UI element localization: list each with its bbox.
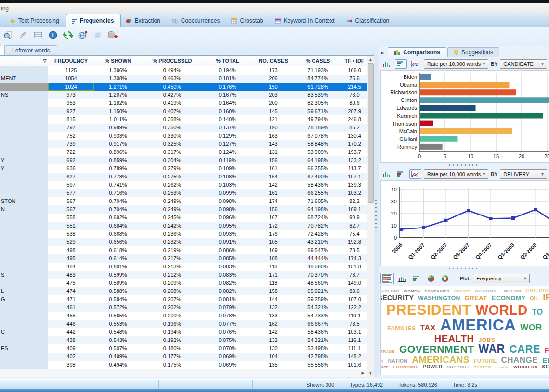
bar[interactable] <box>420 97 549 103</box>
cloud-word[interactable]: POWER <box>423 365 442 369</box>
header-total[interactable]: % TOTAL <box>202 56 253 66</box>
table-row[interactable]: G4710.584%0.207%0.081%14459.259%107.0 <box>0 295 367 303</box>
cloud-word[interactable]: FAMILIES <box>387 326 416 331</box>
sort-indicator-icon[interactable]: ▽ <box>41 56 48 66</box>
cloud-word[interactable]: PAY <box>380 360 384 363</box>
tab-suggestions[interactable]: Suggestions <box>447 47 499 57</box>
vertical-scrollbar[interactable]: ▲ ▼ <box>367 56 374 377</box>
table-row[interactable]: 4550.565%0.200%0.078%13354.733%119.1 <box>0 312 367 320</box>
cloud-word[interactable]: MILLION <box>504 290 521 293</box>
table-row[interactable]: 4980.618%0.219%0.086%16969.547%78.5 <box>0 246 367 254</box>
cloud-word[interactable]: WOMEN <box>404 290 420 293</box>
database-export-icon[interactable] <box>107 30 118 40</box>
cloud-word[interactable]: SENATO <box>542 365 549 369</box>
section-splitter[interactable] <box>379 163 549 167</box>
table-row[interactable]: 4020.499%0.177%0.069%10442.798%148.2 <box>0 353 367 361</box>
horizontal-bar-chart-icon[interactable] <box>395 169 407 179</box>
table-row[interactable]: NS9731.207%0.427%0.167%20383.539%76.0 <box>0 91 367 99</box>
table-row[interactable]: 7390.917%0.325%0.127%14358.848%170.2 <box>0 140 367 148</box>
bar[interactable] <box>420 82 510 88</box>
info-icon[interactable]: i <box>48 30 58 40</box>
header-tf-idf[interactable]: TF • IDF <box>342 56 367 66</box>
scroll-up-icon[interactable]: ▲ <box>367 56 374 63</box>
section-splitter[interactable] <box>379 266 549 271</box>
table-row[interactable]: ES4090.507%0.180%0.070%13053.498%111.1 <box>0 344 367 353</box>
table-row[interactable]: 7220.896%0.317%0.124%13153.909%193.7 <box>0 148 367 156</box>
cloud-word[interactable]: WASHINGTON <box>418 295 460 301</box>
cloud-word[interactable]: ECONOMIC <box>393 365 419 369</box>
table-view-icon[interactable] <box>33 30 43 40</box>
horizontal-bar-chart-icon[interactable] <box>395 59 407 69</box>
cloud-word[interactable]: NUCLEAR <box>380 290 399 293</box>
cloud-word[interactable]: GREAT <box>465 295 487 302</box>
cloud-word[interactable]: WOR <box>520 323 542 332</box>
table-row[interactable]: 4460.553%0.196%0.077%16266.667%78.5 <box>0 320 367 328</box>
line-point[interactable] <box>444 219 448 222</box>
horizontal-bar-chart-icon[interactable] <box>411 274 423 283</box>
table-row[interactable]: Y6920.859%0.304%0.119%15664.198%133.2 <box>0 156 367 164</box>
header-no-cases[interactable]: NO. CASES <box>253 56 294 66</box>
table-row[interactable]: 7970.989%0.350%0.137%19078.189%85.2 <box>0 124 367 132</box>
cloud-word[interactable]: SECURITY <box>380 294 414 302</box>
cloud-word[interactable]: GOVERNMENT <box>399 344 474 354</box>
cloud-word[interactable]: INSURANCE <box>380 366 389 369</box>
cloud-word[interactable]: WORLD <box>476 303 528 317</box>
table-row[interactable]: 6270.778%0.275%0.108%16467.490%107.1 <box>0 173 367 181</box>
subtab-leftover-words[interactable]: Leftover words <box>5 45 57 55</box>
table-row[interactable]: 5770.716%0.253%0.099%16166.255%103.2 <box>0 189 367 197</box>
cloud-word[interactable]: NATIONAL <box>475 289 499 293</box>
cloud-word[interactable]: CHANGE <box>501 356 538 365</box>
table-row[interactable]: S4830.599%0.212%0.083%17170.370%73.7 <box>0 271 367 279</box>
line-point[interactable] <box>422 226 425 229</box>
table-row[interactable]: MENT10541.308%0.463%0.181%20684.774%75.6 <box>0 75 367 83</box>
cloud-word[interactable]: CREATE <box>454 290 471 293</box>
bar-metric-dropdown[interactable]: Rate per 10,000 words▼ <box>424 59 488 69</box>
scroll-right-icon[interactable]: ▶ <box>359 370 366 377</box>
bar[interactable] <box>420 113 543 119</box>
line-point[interactable] <box>489 217 493 220</box>
cloud-word[interactable]: GLOBAL <box>496 366 509 369</box>
cloud-word[interactable]: HEALTH <box>434 334 474 344</box>
line-point[interactable] <box>534 208 537 211</box>
cloud-word[interactable]: AMERICA <box>440 317 516 333</box>
line-point[interactable] <box>511 216 515 220</box>
header-processed[interactable]: % PROCESSED <box>142 56 202 66</box>
tab-text-processing[interactable]: Text Processing <box>5 14 66 27</box>
header-word[interactable] <box>0 56 41 66</box>
table-row[interactable]: 4750.589%0.209%0.082%11848.560%149.0 <box>0 279 367 287</box>
bar[interactable] <box>420 89 516 95</box>
table-row[interactable]: 9531.182%0.419%0.164%20082.305%80.6 <box>0 99 367 107</box>
line-chart-icon[interactable] <box>409 169 421 179</box>
table-row[interactable]: 4840.601%0.213%0.083%11848.560%151.8 <box>0 263 367 271</box>
table-row[interactable]: 5970.741%0.262%0.103%14258.436%139.3 <box>0 181 367 189</box>
cloud-word[interactable]: TAX <box>420 324 436 332</box>
header-pct-cases[interactable]: % CASES <box>294 56 342 66</box>
line-chart-icon[interactable] <box>409 59 421 69</box>
table-row[interactable]: 4950.614%0.217%0.085%10844.444%174.3 <box>0 254 367 263</box>
table-row[interactable]: Y6360.789%0.279%0.109%16166.255%113.7 <box>0 164 367 173</box>
bar-group-dropdown[interactable]: CANDIDATE▼ <box>500 59 547 69</box>
table-row[interactable]: N5670.704%0.249%0.098%15664.198%109.1 <box>0 205 367 214</box>
cloud-word[interactable]: TRADE <box>380 350 395 354</box>
panel-splitter[interactable] <box>374 55 379 377</box>
cloud-word[interactable]: TO <box>532 308 543 316</box>
tab-frequencies[interactable]: Frequencies <box>66 14 121 27</box>
search-report-icon[interactable] <box>3 30 13 40</box>
feather-icon[interactable] <box>18 30 28 40</box>
word-cloud-icon[interactable] <box>380 273 394 284</box>
tab-keyword-in-context[interactable]: Keyword-In-Context <box>270 14 341 27</box>
table-row[interactable]: C4420.548%0.194%0.076%14258.436%103.1 <box>0 328 367 336</box>
table-row[interactable]: 5580.692%0.245%0.096%16768.724%90.9 <box>0 214 367 222</box>
bar[interactable] <box>420 144 443 150</box>
cloud-word[interactable]: OIL <box>530 296 538 301</box>
bar[interactable] <box>420 136 458 142</box>
cloud-word[interactable]: NATION <box>388 359 408 364</box>
cloud-word[interactable]: EN <box>542 356 549 364</box>
table-row[interactable]: 3980.494%0.175%0.069%13555.556%101.6 <box>0 361 367 369</box>
tab-cooccurrences[interactable]: Cooccurrences <box>167 14 227 27</box>
vertical-bar-chart-icon[interactable] <box>380 59 392 69</box>
cloud-word[interactable]: ECONOMY <box>492 295 526 302</box>
scrollbar-thumb[interactable] <box>368 63 374 203</box>
cloud-word[interactable]: SUPPORT <box>447 365 470 369</box>
table-row[interactable]: 5290.656%0.232%0.091%10543.210%192.8 <box>0 238 367 246</box>
